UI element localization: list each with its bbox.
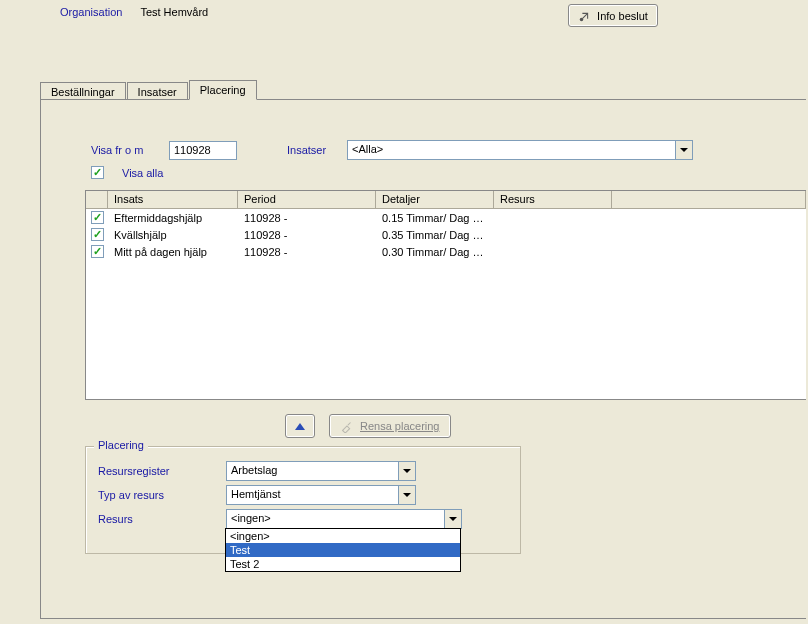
cell-period: 110928 - (238, 211, 376, 225)
table-row[interactable]: Mitt på dagen hjälp110928 -0.30 Timmar/ … (86, 243, 806, 260)
organisation-value: Test Hemvård (140, 6, 208, 18)
rensa-placering-label: Rensa placering (360, 420, 440, 432)
insatser-filter-combo[interactable]: <Alla> (347, 140, 693, 160)
dropdown-option[interactable]: <ingen> (226, 529, 460, 543)
typ-combo[interactable]: Hemtjänst (226, 485, 416, 505)
insatser-filter-label: Insatser (287, 144, 347, 156)
cell-period: 110928 - (238, 228, 376, 242)
col-spacer (612, 191, 806, 209)
cell-period: 110928 - (238, 245, 376, 259)
info-beslut-label: Info beslut (597, 10, 648, 22)
chevron-up-icon (295, 423, 305, 430)
cell-detaljer: 0.30 Timmar/ Dag Var... (376, 245, 494, 259)
cell-resurs (494, 234, 612, 236)
cell-detaljer: 0.35 Timmar/ Dag Var... (376, 228, 494, 242)
cell-spacer (612, 217, 806, 219)
rensa-placering-button: Rensa placering (329, 414, 451, 438)
resurs-label: Resurs (98, 513, 226, 525)
grid-header: Insats Period Detaljer Resurs (86, 191, 806, 209)
typ-row: Typ av resurs Hemtjänst (98, 485, 508, 505)
resursregister-value: Arbetslag (227, 462, 398, 480)
row-checkbox[interactable] (91, 245, 104, 258)
visa-alla-label: Visa alla (122, 167, 163, 179)
cell-insats: Mitt på dagen hjälp (108, 245, 238, 259)
insatser-filter-value: <Alla> (348, 141, 675, 159)
organisation-label: Organisation (60, 6, 122, 18)
cell-spacer (612, 251, 806, 253)
resurs-value: <ingen> (227, 510, 444, 528)
insats-grid: Insats Period Detaljer Resurs Eftermidda… (85, 190, 806, 400)
info-beslut-button[interactable]: Info beslut (568, 4, 658, 27)
col-checkbox[interactable] (86, 191, 108, 209)
cell-detaljer: 0.15 Timmar/ Dag Var... (376, 211, 494, 225)
filter-row: Visa fr o m Insatser <Alla> (91, 140, 786, 160)
table-row[interactable]: Kvällshjälp110928 -0.35 Timmar/ Dag Var.… (86, 226, 806, 243)
resursregister-combo[interactable]: Arbetslag (226, 461, 416, 481)
grid-body: Eftermiddagshjälp110928 -0.15 Timmar/ Da… (86, 209, 806, 260)
tab-placering[interactable]: Placering (189, 80, 257, 100)
tab-page-placering: Visa fr o m Insatser <Alla> Visa alla In… (40, 99, 806, 619)
dropdown-option[interactable]: Test (226, 543, 460, 557)
chevron-down-icon[interactable] (398, 462, 415, 480)
typ-label: Typ av resurs (98, 489, 226, 501)
chevron-down-icon[interactable] (444, 510, 461, 528)
cell-resurs (494, 251, 612, 253)
chevron-down-icon[interactable] (675, 141, 692, 159)
dropdown-option[interactable]: Test 2 (226, 557, 460, 571)
col-resurs[interactable]: Resurs (494, 191, 612, 209)
table-row[interactable]: Eftermiddagshjälp110928 -0.15 Timmar/ Da… (86, 209, 806, 226)
chevron-down-icon[interactable] (398, 486, 415, 504)
resursregister-row: Resursregister Arbetslag (98, 461, 508, 481)
info-icon (578, 9, 592, 23)
visa-from-label: Visa fr o m (91, 144, 169, 156)
col-period[interactable]: Period (238, 191, 376, 209)
cell-resurs (494, 217, 612, 219)
visa-from-input[interactable] (169, 141, 237, 160)
broom-icon (340, 419, 354, 433)
svg-point-0 (580, 17, 584, 21)
col-detaljer[interactable]: Detaljer (376, 191, 494, 209)
collapse-button[interactable] (285, 414, 315, 438)
tabstrip: Beställningar Insatser Placering (40, 80, 258, 100)
resurs-combo[interactable]: <ingen> (226, 509, 462, 529)
row-checkbox[interactable] (91, 228, 104, 241)
cell-insats: Eftermiddagshjälp (108, 211, 238, 225)
visa-alla-checkbox[interactable] (91, 166, 104, 179)
resurs-dropdown-list[interactable]: <ingen>TestTest 2 (225, 528, 461, 572)
mid-buttons: Rensa placering (285, 414, 451, 438)
resursregister-label: Resursregister (98, 465, 226, 477)
top-bar: Organisation Test Hemvård Info beslut (60, 6, 798, 18)
window: Organisation Test Hemvård Info beslut Be… (0, 0, 808, 624)
col-insats[interactable]: Insats (108, 191, 238, 209)
cell-spacer (612, 234, 806, 236)
visa-alla-row: Visa alla (91, 166, 163, 179)
typ-value: Hemtjänst (227, 486, 398, 504)
row-checkbox[interactable] (91, 211, 104, 224)
placering-title: Placering (94, 439, 148, 451)
resurs-row: Resurs <ingen> (98, 509, 508, 529)
cell-insats: Kvällshjälp (108, 228, 238, 242)
